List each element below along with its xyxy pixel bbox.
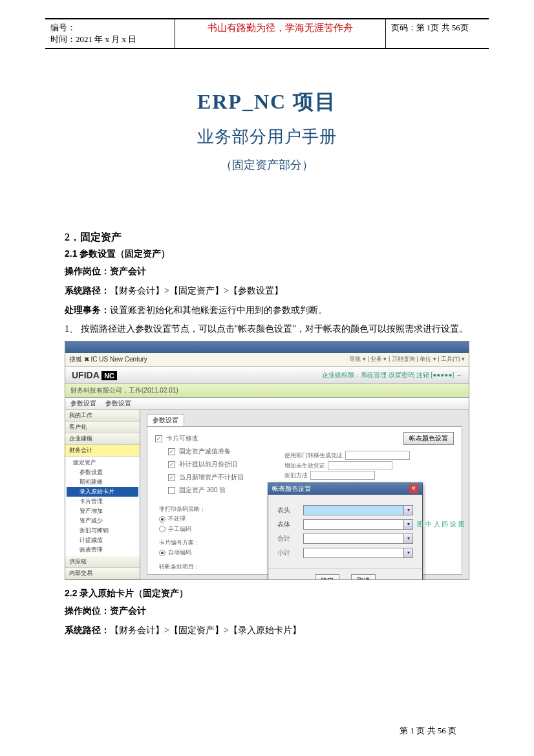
title-line2: 业务部分用户手册 xyxy=(45,125,489,148)
radio-icon[interactable] xyxy=(159,516,166,523)
tree-node[interactable]: 期初建账 xyxy=(67,477,138,487)
chk-label: 当月新增资产不计折旧 xyxy=(179,473,244,482)
chevron-down-icon[interactable]: ▾ xyxy=(403,548,412,557)
sidebar-item-active[interactable]: 财务会计 xyxy=(65,445,140,457)
tree-node[interactable]: 固定资产 xyxy=(67,458,138,468)
sidebar-item[interactable]: 内部交易 xyxy=(65,568,140,579)
cancel-button[interactable]: 取消 xyxy=(351,574,376,580)
context-bar: 财务科技有限公司，工作(2011.02.01) xyxy=(65,384,469,398)
page-footer: 第 1 页 共 56 页 xyxy=(400,725,456,737)
combo-field[interactable] xyxy=(345,451,410,460)
color-field[interactable]: ▾ xyxy=(303,519,413,530)
sec2-heading: 2．固定资产 xyxy=(65,231,469,244)
sidebar-item[interactable]: 供应链 xyxy=(65,556,140,568)
tree-node[interactable]: 折旧与摊销 xyxy=(67,526,138,535)
breadcrumb-1[interactable]: 参数设置 xyxy=(70,399,96,408)
tree-node[interactable]: 卡片管理 xyxy=(67,497,138,506)
tree-node[interactable]: 计提减值 xyxy=(67,535,138,545)
checkbox-icon[interactable] xyxy=(168,487,175,494)
checkbox-icon[interactable]: ✓ xyxy=(168,461,175,468)
checkbox-icon[interactable]: ✓ xyxy=(168,474,175,481)
right-settings: 使用部门转移生成凭证 增加未生效凭证 折旧方法 xyxy=(284,450,410,481)
tab-params[interactable]: 参数设置 xyxy=(147,414,184,426)
sidebar-item[interactable]: 我的工作 xyxy=(65,410,140,422)
sidebar: 我的工作 客户化 企业建模 财务会计 固定资产 参数设置 期初建账 录入原始卡片… xyxy=(65,410,140,580)
role-label-2: 操作岗位： xyxy=(65,606,110,616)
screenshot: 搜狐 ✖ IC US New Century 导航 ▾ | 业务 ▾ | 万能查… xyxy=(65,341,469,580)
task-1: 设置账套初始化和其他账套运行中用到的参数或判断。 xyxy=(110,305,327,315)
sidebar-item[interactable]: 预算管理 xyxy=(65,579,140,580)
path-label-1: 系统路径： xyxy=(65,286,110,296)
title-block: ERP_NC 项目 业务部分用户手册 （固定资产部分） xyxy=(45,88,489,173)
color-dialog: 帐表颜色设置✕ 表头▾ 表体▾ 合计▾ 小计▾ 确定 取消 xyxy=(268,482,423,580)
step1: 1、 按照路径进入参数设置节点，可以点击"帐表颜色设置"，对于帐表的颜色可以按照… xyxy=(65,321,469,337)
doc-header: 编号： 时间：2021 年 x 月 x 日 书山有路勤为径，学海无涯苦作舟 页码… xyxy=(45,18,489,49)
chk-label: 固定资产 300 前 xyxy=(179,486,226,495)
color-settings-button[interactable]: 帐表颜色设置 xyxy=(403,432,454,445)
main-panel: 参数设置 ✓卡片可修改 帐表颜色设置 ✓固定资产减值准备 ✓补计提以前月份折旧 … xyxy=(140,410,469,580)
sec22-heading: 2.2 录入原始卡片（固定资产） xyxy=(65,588,469,599)
title-line1: ERP_NC 项目 xyxy=(45,88,489,116)
path-label-2: 系统路径： xyxy=(65,625,110,635)
breadcrumb-2[interactable]: 参数设置 xyxy=(105,399,131,408)
hdr-page: 页码：第 1页 共 56页 xyxy=(385,19,489,49)
hdr-time: 时间：2021 年 x 月 x 日 xyxy=(50,34,169,45)
color-field[interactable]: ▾ xyxy=(303,505,413,515)
tree-node-selected[interactable]: 录入原始卡片 xyxy=(67,487,138,497)
right-toolbar[interactable]: 图 中 入 四 设 图 xyxy=(417,520,465,529)
role-2: 资产会计 xyxy=(110,606,146,616)
chevron-down-icon[interactable]: ▾ xyxy=(403,534,412,543)
hdr-motto: 书山有路勤为径，学海无涯苦作舟 xyxy=(175,19,385,49)
sidebar-item[interactable]: 客户化 xyxy=(65,422,140,433)
browser-menu[interactable]: 导航 ▾ | 业务 ▾ | 万能查询 | 单位 ▾ | 工具(T) ▾ xyxy=(349,355,465,364)
sidebar-item[interactable]: 企业建模 xyxy=(65,433,140,445)
dlg-label: 表头 xyxy=(277,506,303,515)
chevron-down-icon[interactable]: ▾ xyxy=(403,520,412,529)
radio-icon[interactable] xyxy=(159,526,166,532)
left-options: 非打印条码策略： 不处理 手工编码 卡片编号方案： 自动编码 转帐条款项目： xyxy=(159,504,206,572)
tree-node[interactable]: 账表管理 xyxy=(67,545,138,555)
brand-logo: UFIDA NC xyxy=(72,370,117,380)
sec21-heading: 2.1 参数设置（固定资产） xyxy=(65,248,469,260)
window-titlebar xyxy=(65,341,469,353)
dlg-label: 表体 xyxy=(277,520,303,529)
task-label-1: 处理事务： xyxy=(65,305,110,315)
title-line3: （固定资产部分） xyxy=(45,157,489,173)
close-icon[interactable]: ✕ xyxy=(409,484,418,493)
combo-field[interactable] xyxy=(310,471,375,480)
tree-node[interactable]: 参数设置 xyxy=(67,468,138,477)
role-1: 资产会计 xyxy=(110,266,146,276)
ok-button[interactable]: 确定 xyxy=(315,574,339,580)
role-label-1: 操作岗位： xyxy=(65,266,110,276)
chevron-down-icon[interactable]: ▾ xyxy=(403,506,412,515)
chk-label: 补计提以前月份折旧 xyxy=(179,460,237,469)
dialog-title: 帐表颜色设置 xyxy=(272,484,311,493)
path-2: 【财务会计】>【固定资产】>【录入原始卡片】 xyxy=(110,625,301,635)
browser-tab[interactable]: 搜狐 ✖ IC US New Century xyxy=(69,355,147,364)
chk-label: 固定资产减值准备 xyxy=(179,447,231,456)
chk-label: 卡片可修改 xyxy=(166,434,198,443)
dlg-label: 合计 xyxy=(277,534,303,543)
tree-node[interactable]: 资产减少 xyxy=(67,516,138,526)
color-field[interactable]: ▾ xyxy=(303,534,413,544)
checkbox-icon[interactable]: ✓ xyxy=(155,435,162,442)
hdr-num: 编号： xyxy=(50,22,169,34)
path-1: 【财务会计】>【固定资产】>【参数设置】 xyxy=(110,286,283,296)
tree-node[interactable]: 资产增加 xyxy=(67,506,138,516)
color-field[interactable]: ▾ xyxy=(303,548,413,558)
dlg-label: 小计 xyxy=(277,548,303,557)
brand-links[interactable]: 企业级权限：系统管理 设置密码 注销 [●●●●●] → xyxy=(322,371,462,380)
combo-field[interactable] xyxy=(328,461,392,470)
nav-tree: 固定资产 参数设置 期初建账 录入原始卡片 卡片管理 资产增加 资产减少 折旧与… xyxy=(65,457,140,556)
radio-icon[interactable] xyxy=(159,550,166,556)
checkbox-icon[interactable]: ✓ xyxy=(168,448,175,455)
